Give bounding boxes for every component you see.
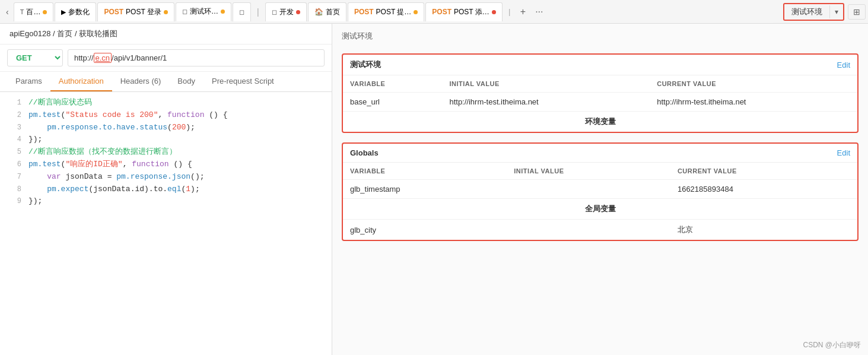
test-env-col-current: CURRENT VALUE — [650, 75, 857, 93]
code-line-2: 2 pm.test("Status code is 200", function… — [2, 109, 329, 122]
globals-section: Globals Edit VARIABLE INITIAL VALUE CURR… — [342, 142, 859, 241]
request-tabs: Params Authorization Headers (6) Body Pr… — [0, 72, 332, 92]
env-selector-label: 测试环境 — [784, 4, 829, 20]
tab-actions: + ··· — [517, 4, 547, 20]
test-env-title: 测试环境 — [350, 59, 381, 70]
url-suffix: /api/v1/banner/1 — [112, 53, 167, 62]
globals-center-label: 全局变量 — [343, 199, 857, 220]
env-selector: 测试环境 ▾ 测试环境 — [783, 3, 844, 21]
tab-t2[interactable]: ▶ 参数化 — [55, 2, 96, 21]
tab-separator: | — [252, 7, 264, 17]
tab-headers[interactable]: Headers (6) — [112, 72, 170, 91]
globals-current-1: 1662185893484 — [670, 180, 857, 199]
code-line-5: 5 //断言响应数据（找不变的数据进行断言） — [2, 146, 329, 159]
tab-authorization[interactable]: Authorization — [50, 72, 112, 91]
globals-initial-1 — [507, 180, 670, 199]
chevron-down-icon: ▾ — [835, 8, 838, 16]
test-env-table: VARIABLE INITIAL VALUE CURRENT VALUE bas… — [343, 75, 857, 132]
tab-params[interactable]: Params — [7, 72, 50, 91]
breadcrumb-current: 获取轮播图 — [79, 29, 117, 38]
code-line-3: 3 pm.response.to.have.status(200); — [2, 122, 329, 134]
code-line-6: 6 pm.test("响应的ID正确", function () { — [2, 159, 329, 171]
tab-label-t9: POST 添… — [454, 7, 489, 17]
tab-more-sep: | — [504, 7, 516, 16]
tab-t8[interactable]: POST POST 提… — [348, 2, 424, 21]
breadcrumb-middle: 首页 — [57, 29, 72, 38]
code-line-7: 7 var jsonData = pm.response.json(); — [2, 171, 329, 183]
tab-dot-t4 — [221, 9, 225, 14]
right-panel-label: 测试环境 — [342, 31, 859, 42]
code-line-1: 1 //断言响应状态码 — [2, 97, 329, 109]
tab-icon-t6: ◻ — [272, 8, 277, 16]
tab-add-btn[interactable]: + — [517, 4, 529, 20]
test-env-col-initial: INITIAL VALUE — [442, 75, 650, 93]
env-selector-wrapper: 测试环境 ▾ 测试环境 ← — [783, 3, 844, 21]
tab-dot-t1 — [43, 10, 47, 14]
tab-back-btn[interactable]: ‹ — [2, 5, 12, 19]
tab-body[interactable]: Body — [169, 72, 204, 91]
url-prefix: http:// — [74, 53, 94, 62]
globals-initial-2 — [507, 220, 670, 240]
globals-var-1: glb_timestamp — [343, 180, 507, 199]
globals-table: VARIABLE INITIAL VALUE CURRENT VALUE glb… — [343, 162, 857, 240]
test-env-center-row: 环境变量 — [343, 112, 857, 132]
url-highlight: e.cn — [94, 53, 112, 63]
globals-row-2: glb_city 北京 — [343, 220, 857, 240]
tab-dot-t8 — [414, 10, 418, 14]
globals-edit-btn[interactable]: Edit — [837, 148, 850, 157]
globals-col-var: VARIABLE — [343, 163, 507, 180]
test-env-col-var: VARIABLE — [343, 75, 442, 93]
breadcrumb-root: apiEgo0128 — [9, 29, 50, 38]
globals-title: Globals — [350, 148, 379, 157]
tab-label-t7: 首页 — [326, 7, 340, 17]
test-env-section: 测试环境 Edit VARIABLE INITIAL VALUE CURRENT… — [342, 53, 859, 133]
tab-label-t6: 开发 — [279, 7, 294, 17]
code-line-8: 8 pm.expect(jsonData.id).to.eql(1); — [2, 183, 329, 196]
globals-col-current: CURRENT VALUE — [670, 163, 857, 180]
url-bar: GET POST PUT DELETE http://e.cn/api/v1/b… — [0, 45, 332, 72]
tab-label-t8: POST 提… — [376, 7, 412, 17]
globals-col-initial: INITIAL VALUE — [507, 163, 670, 180]
test-env-header: 测试环境 Edit — [343, 55, 857, 75]
tab-bar: ‹ T 百… ▶ 参数化 POST POST 登录 ◻ 测试环… ◻ | ◻ 开… — [0, 0, 868, 24]
test-env-edit-btn[interactable]: Edit — [837, 61, 850, 69]
test-env-var-1: base_url — [343, 93, 442, 112]
tab-t3[interactable]: POST POST 登录 — [97, 2, 174, 21]
globals-row-1: glb_timestamp 1662185893484 — [343, 180, 857, 199]
tab-dot-t6 — [296, 10, 300, 14]
url-display[interactable]: http://e.cn/api/v1/banner/1 — [68, 49, 325, 66]
tab-t5[interactable]: ◻ — [233, 2, 251, 21]
tab-prerequest[interactable]: Pre-request Script — [204, 72, 282, 91]
code-line-9: 9 }); — [2, 195, 329, 208]
tab-t4[interactable]: ◻ 测试环… — [176, 2, 231, 21]
watermark: CSDN @小白咿呀 — [803, 340, 861, 350]
env-icon-btn[interactable]: ⊞ — [848, 4, 866, 20]
tab-overflow-btn[interactable]: ··· — [532, 4, 546, 20]
tab-method-t9: POST — [432, 8, 452, 16]
tab-icon-t1: T — [20, 8, 24, 15]
tab-t6[interactable]: ◻ 开发 — [265, 2, 307, 21]
globals-current-2: 北京 — [670, 220, 857, 240]
tab-t1[interactable]: T 百… — [14, 2, 54, 21]
tab-icon-t4: ◻ — [182, 8, 187, 15]
globals-center-row: 全局变量 — [343, 199, 857, 220]
home-icon: 🏠 — [314, 8, 323, 16]
main-layout: apiEgo0128 / 首页 / 获取轮播图 GET POST PUT DEL… — [0, 24, 868, 355]
tab-label-t2: 参数化 — [68, 7, 90, 17]
tab-label-t3: POST 登录 — [126, 7, 161, 17]
tab-t9[interactable]: POST POST 添… — [425, 2, 502, 21]
left-panel: apiEgo0128 / 首页 / 获取轮播图 GET POST PUT DEL… — [0, 24, 332, 355]
code-editor[interactable]: 1 //断言响应状态码 2 pm.test("Status code is 20… — [0, 92, 332, 355]
breadcrumb: apiEgo0128 / 首页 / 获取轮播图 — [0, 24, 332, 45]
globals-header: Globals Edit — [343, 144, 857, 162]
tab-icon-t2: ▶ — [61, 8, 66, 16]
breadcrumb-sep1: / — [53, 29, 55, 38]
tab-t7[interactable]: 🏠 首页 — [308, 2, 346, 21]
test-env-current-1: http://ihrm-test.itheima.net — [650, 93, 857, 112]
globals-var-2: glb_city — [343, 220, 507, 240]
breadcrumb-sep2: / — [75, 29, 77, 38]
method-select[interactable]: GET POST PUT DELETE — [7, 49, 63, 66]
code-line-4: 4 }); — [2, 134, 329, 146]
env-dropdown-btn[interactable]: ▾ — [829, 5, 843, 18]
tab-dot-t9 — [492, 10, 496, 14]
